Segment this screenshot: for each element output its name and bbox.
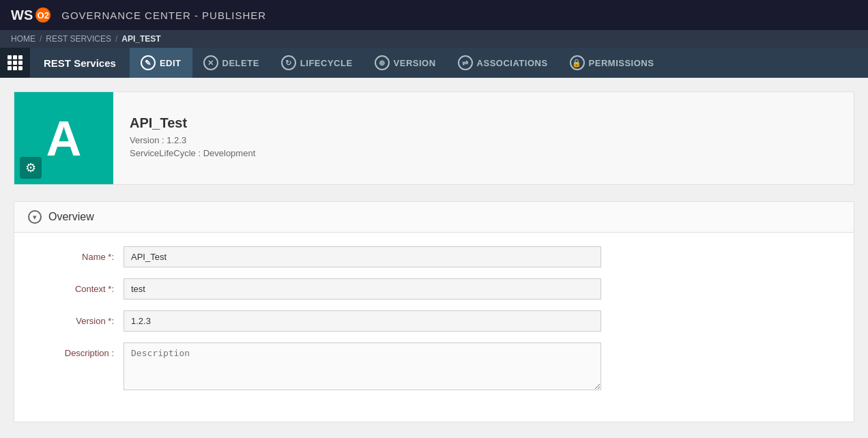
breadcrumb-api-test: API_TEST [121,34,160,44]
version-label: VERSION [394,58,436,68]
breadcrumb-sep-1: / [40,34,42,44]
delete-icon: ✕ [203,55,218,70]
version-button[interactable]: ⊕ VERSION [364,48,447,78]
edit-button[interactable]: ✎ EDIT [130,48,192,78]
description-textarea[interactable] [124,342,601,390]
delete-label: DELETE [222,58,259,68]
service-avatar: A ⚙ [14,92,113,184]
logo-wso2: WS O2 [11,8,50,23]
version-field-row: Version *: [42,310,826,332]
context-input[interactable] [124,278,601,300]
associations-label: ASSOCIATIONS [477,58,548,68]
nav-rest-services-title: REST Services [30,48,130,78]
name-label: Name *: [42,246,124,262]
associations-icon: ⇌ [458,55,473,70]
associations-button[interactable]: ⇌ ASSOCIATIONS [447,48,559,78]
permissions-label: PERMISSIONS [589,58,654,68]
overview-title: Overview [48,211,94,223]
main-content: A ⚙ API_Test Version : 1.2.3 ServiceLife… [0,78,868,436]
breadcrumb-home[interactable]: HOME [11,34,35,44]
lifecycle-icon: ↻ [281,55,296,70]
logo-o2-circle: O2 [35,8,50,23]
service-version: Version : 1.2.3 [130,135,255,145]
service-lifecycle: ServiceLifeCycle : Development [130,148,255,158]
description-field-row: Description : [42,342,826,390]
logo-area: WS O2 GOVERNANCE CENTER - PUBLISHER [11,8,266,23]
permissions-icon: 🔒 [570,55,585,70]
top-header: WS O2 GOVERNANCE CENTER - PUBLISHER [0,0,868,30]
app-grid-button[interactable] [0,48,30,78]
permissions-button[interactable]: 🔒 PERMISSIONS [559,48,665,78]
avatar-letter: A [46,114,82,163]
grid-icon [8,55,23,70]
breadcrumb-sep-2: / [115,34,117,44]
lifecycle-label: LIFECYCLE [300,58,353,68]
avatar-gear-icon: ⚙ [20,157,42,179]
context-field-row: Context *: [42,278,826,300]
service-card: A ⚙ API_Test Version : 1.2.3 ServiceLife… [14,91,854,185]
service-name: API_Test [130,115,255,131]
edit-icon: ✎ [141,55,156,70]
breadcrumb-rest-services[interactable]: REST SERVICES [46,34,111,44]
header-title: GOVERNANCE CENTER - PUBLISHER [61,10,266,21]
name-field-row: Name *: [42,246,826,267]
edit-label: EDIT [160,58,182,68]
version-input[interactable] [124,310,601,332]
context-label: Context *: [42,278,124,294]
overview-header[interactable]: ▾ Overview [14,202,854,233]
nav-toolbar: REST Services ✎ EDIT ✕ DELETE ↻ LIFECYCL… [0,48,868,78]
name-input[interactable] [124,246,601,267]
form-area: Name *: Context *: Version *: Descriptio… [14,233,854,422]
overview-toggle-icon: ▾ [28,210,42,224]
lifecycle-button[interactable]: ↻ LIFECYCLE [270,48,364,78]
logo-ws-text: WS [11,8,33,23]
version-label: Version *: [42,310,124,326]
overview-section: ▾ Overview Name *: Context *: Version *:… [14,201,854,422]
description-label: Description : [42,342,124,358]
delete-button[interactable]: ✕ DELETE [192,48,270,78]
service-info: API_Test Version : 1.2.3 ServiceLifeCycl… [113,104,272,172]
breadcrumb: HOME / REST SERVICES / API_TEST [0,30,868,48]
version-icon: ⊕ [375,55,390,70]
